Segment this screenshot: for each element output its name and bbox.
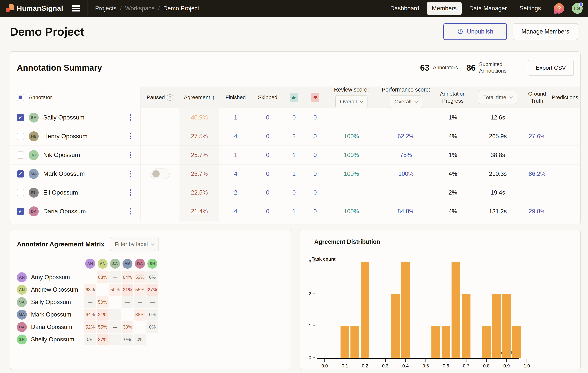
annotator-name[interactable]: Daria Opossum	[43, 208, 86, 215]
skipped-value[interactable]: 0	[252, 202, 284, 221]
chart-bar[interactable]	[350, 326, 359, 358]
help-icon[interactable]: ?	[554, 3, 564, 14]
finished-value[interactable]: 2	[219, 183, 252, 202]
export-csv-button[interactable]: Export CSV	[528, 60, 574, 76]
unpublish-button[interactable]: Unpublish	[443, 23, 507, 40]
annotator-name[interactable]: Henry Opossum	[43, 133, 87, 140]
nav-dashboard[interactable]: Dashboard	[385, 2, 424, 15]
finished-value[interactable]: 1	[219, 108, 252, 127]
chart-bar[interactable]	[512, 326, 521, 358]
row-menu-icon[interactable]	[128, 188, 133, 197]
thumbs-down-count[interactable]: 0	[304, 127, 326, 146]
paused-help-icon[interactable]: ?	[167, 94, 173, 101]
thumbs-up-count[interactable]: 1	[284, 164, 304, 183]
review-score-cell[interactable]	[326, 108, 377, 127]
review-score-cell[interactable]: 100%	[326, 146, 377, 164]
annotator-name[interactable]: Eli Opossum	[43, 189, 78, 196]
annotator-name[interactable]: Nik Opossum	[43, 151, 80, 159]
finished-value[interactable]: 4	[219, 164, 252, 183]
performance-score-cell[interactable]	[377, 108, 435, 127]
chart-bar[interactable]	[462, 294, 471, 358]
thumbs-down-count[interactable]: 0	[304, 108, 326, 127]
annotator-name[interactable]: Mark Opossum	[43, 170, 85, 177]
paused-toggle[interactable]	[150, 169, 169, 179]
review-score-cell[interactable]: 100%	[326, 202, 377, 221]
chart-bar[interactable]	[340, 326, 349, 358]
thumbs-up-icon[interactable]	[290, 93, 298, 102]
row-checkbox[interactable]	[17, 151, 24, 159]
brand[interactable]: HumanSignal	[5, 4, 63, 13]
skipped-value[interactable]: 0	[252, 146, 284, 164]
review-score-cell[interactable]: 100%	[326, 127, 377, 146]
menu-icon[interactable]	[72, 5, 80, 12]
performance-score-cell[interactable]: 62.2%	[377, 127, 435, 146]
row-checkbox[interactable]: ✓	[17, 208, 24, 215]
finished-header[interactable]: Finished	[219, 86, 252, 108]
total-time-select[interactable]: Total time	[479, 91, 517, 104]
ground-truth-cell[interactable]: 86.2%	[525, 164, 549, 183]
chart-bar[interactable]	[361, 262, 369, 358]
row-menu-icon[interactable]	[128, 169, 133, 179]
chart-bar[interactable]	[391, 294, 400, 358]
performance-score-select[interactable]: Overall	[390, 95, 422, 108]
thumbs-up-count[interactable]: 3	[284, 127, 304, 146]
performance-score-cell[interactable]: 84.8%	[377, 202, 435, 221]
thumbs-up-count[interactable]: 1	[284, 202, 304, 221]
breadcrumb-projects[interactable]: Projects	[95, 5, 116, 12]
chart-bar[interactable]	[492, 294, 501, 358]
agreement-header-cell[interactable]: Agreement ↑	[179, 86, 219, 108]
breadcrumb-workspace[interactable]: Workspace	[125, 5, 155, 12]
skipped-value[interactable]: 0	[252, 127, 284, 146]
row-menu-icon[interactable]	[128, 207, 133, 216]
ground-truth-cell[interactable]	[525, 183, 549, 202]
manage-members-button[interactable]: Manage Members	[513, 23, 578, 40]
thumbs-up-count[interactable]: 1	[284, 146, 304, 164]
chart-bar[interactable]	[482, 326, 491, 358]
chart-bar[interactable]	[441, 326, 450, 358]
ground-truth-cell[interactable]: 27.6%	[525, 127, 549, 146]
skipped-value[interactable]: 0	[252, 183, 284, 202]
thumbs-down-count[interactable]: 0	[304, 164, 326, 183]
review-score-cell[interactable]: 100%	[326, 164, 377, 183]
nav-settings[interactable]: Settings	[514, 2, 546, 15]
performance-score-cell[interactable]: 75%	[377, 146, 435, 164]
skipped-value[interactable]: 0	[252, 164, 284, 183]
thumbs-down-count[interactable]: 0	[304, 146, 326, 164]
ground-truth-header[interactable]: Ground Truth	[525, 86, 549, 108]
ground-truth-cell[interactable]	[525, 146, 549, 164]
performance-score-cell[interactable]	[377, 183, 435, 202]
row-checkbox[interactable]: ✓	[17, 114, 24, 121]
row-checkbox[interactable]: ✓	[17, 170, 24, 178]
annotator-name[interactable]: Sally Opossum	[43, 114, 84, 121]
row-menu-icon[interactable]	[128, 132, 133, 141]
filter-by-label-select[interactable]: Filter by label	[110, 237, 159, 251]
row-checkbox[interactable]	[17, 133, 24, 140]
nav-data-manager[interactable]: Data Manager	[464, 2, 512, 15]
thumbs-down-count[interactable]: 0	[304, 202, 326, 221]
chart-bar[interactable]	[431, 326, 440, 358]
thumbs-down-icon[interactable]	[311, 93, 319, 102]
review-score-cell[interactable]	[326, 183, 377, 202]
thumbs-up-count[interactable]: 0	[284, 183, 304, 202]
ground-truth-cell[interactable]	[525, 108, 549, 127]
chart-bar[interactable]	[401, 262, 410, 358]
ground-truth-cell[interactable]: 29.8%	[525, 202, 549, 221]
finished-value[interactable]: 4	[219, 127, 252, 146]
review-score-select[interactable]: Overall	[335, 95, 368, 108]
skipped-value[interactable]: 0	[252, 108, 284, 127]
row-checkbox[interactable]	[17, 189, 24, 196]
finished-value[interactable]: 4	[219, 202, 252, 221]
thumbs-up-count[interactable]: 0	[284, 108, 304, 127]
nav-members[interactable]: Members	[427, 2, 462, 15]
row-menu-icon[interactable]	[128, 113, 133, 122]
progress-header[interactable]: Annotation Progress	[435, 86, 471, 108]
thumbs-down-count[interactable]: 0	[304, 183, 326, 202]
finished-value[interactable]: 1	[219, 146, 252, 164]
performance-score-cell[interactable]: 100%	[377, 164, 435, 183]
chart-bar[interactable]	[502, 294, 511, 358]
row-menu-icon[interactable]	[128, 150, 133, 160]
chart-bar[interactable]	[452, 262, 460, 358]
predictions-header[interactable]: Predictions	[549, 86, 580, 108]
select-all-checkbox[interactable]	[17, 94, 24, 101]
user-avatar[interactable]: LS	[572, 3, 583, 14]
